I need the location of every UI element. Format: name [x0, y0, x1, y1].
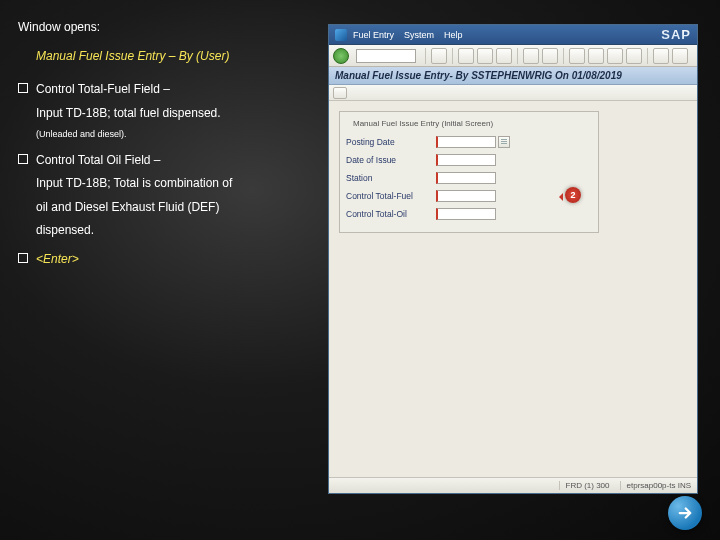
screen-banner: Manual Fuel Issue Entry- By SSTEPHENWRIG…	[329, 67, 697, 85]
help-button[interactable]	[653, 48, 669, 64]
bullet-2-sub3: dispensed.	[36, 221, 298, 240]
toolbar-separator	[425, 48, 426, 64]
layout-button[interactable]	[672, 48, 688, 64]
intro-line: Window opens:	[18, 18, 298, 37]
first-page-button[interactable]	[569, 48, 585, 64]
next-page-button[interactable]	[607, 48, 623, 64]
menu-help[interactable]: Help	[444, 30, 463, 40]
input-control-total-oil[interactable]	[436, 208, 496, 220]
input-station[interactable]	[436, 172, 496, 184]
form-groupbox: Manual Fuel Issue Entry (Initial Screen)…	[339, 111, 599, 233]
input-control-total-fuel[interactable]	[436, 190, 496, 202]
form-area: Manual Fuel Issue Entry (Initial Screen)…	[329, 101, 697, 477]
command-field[interactable]	[356, 49, 416, 63]
bullet-2-sub2: oil and Diesel Exhaust Fluid (DEF)	[36, 198, 298, 217]
date-picker-icon[interactable]	[498, 136, 510, 148]
input-posting-date[interactable]	[436, 136, 496, 148]
sap-window: Fuel Entry System Help SAP Manual Fuel I…	[328, 24, 698, 494]
bullet-3-enter: <<Enter>Enter>	[36, 250, 298, 269]
toolbar-separator	[452, 48, 453, 64]
last-page-button[interactable]	[626, 48, 642, 64]
input-date-of-issue[interactable]	[436, 154, 496, 166]
sap-toolbar	[329, 45, 697, 67]
sap-app-icon	[335, 29, 347, 41]
enter-button[interactable]	[333, 48, 349, 64]
bullet-1-note: (Unleaded and diesel).	[36, 127, 298, 141]
sap-logo: SAP	[661, 27, 691, 42]
statusbar-host: etprsap00p-ts INS	[620, 481, 691, 490]
window-title-line: Manual Fuel Issue Entry – By (User)	[36, 47, 298, 66]
row-control-total-oil: Control Total-Oil	[346, 206, 592, 222]
row-date-of-issue: Date of Issue	[346, 152, 592, 168]
menu-bar: Fuel Entry System Help	[353, 30, 463, 40]
toolbar-separator	[647, 48, 648, 64]
label-date-of-issue: Date of Issue	[346, 155, 436, 165]
label-control-total-oil: Control Total-Oil	[346, 209, 436, 219]
toolbar-separator	[517, 48, 518, 64]
app-toolbar	[329, 85, 697, 101]
cancel-button[interactable]	[496, 48, 512, 64]
find-button[interactable]	[542, 48, 558, 64]
row-station: Station	[346, 170, 592, 186]
exit-button[interactable]	[477, 48, 493, 64]
checkbox-bullet-icon	[18, 253, 28, 263]
label-control-total-fuel: Control Total-Fuel	[346, 191, 436, 201]
print-button[interactable]	[523, 48, 539, 64]
arrow-right-icon	[676, 504, 694, 522]
checkbox-bullet-icon	[18, 83, 28, 93]
save-button[interactable]	[431, 48, 447, 64]
bullet-3: <<Enter>Enter>	[18, 250, 298, 269]
row-posting-date: Posting Date	[346, 134, 592, 150]
checkbox-bullet-icon	[18, 154, 28, 164]
label-station: Station	[346, 173, 436, 183]
instruction-panel: Window opens: Manual Fuel Issue Entry – …	[18, 18, 298, 273]
next-slide-button[interactable]	[668, 496, 702, 530]
bullet-2: Control Total Oil Field –	[18, 151, 298, 170]
back-button[interactable]	[458, 48, 474, 64]
menu-fuel-entry[interactable]: Fuel Entry	[353, 30, 394, 40]
bullet-1-main: Control Total-Fuel Field –	[36, 80, 298, 99]
sap-statusbar: FRD (1) 300 etprsap00p-ts INS	[329, 477, 697, 493]
bullet-1: Control Total-Fuel Field –	[18, 80, 298, 99]
app-toolbar-button[interactable]	[333, 87, 347, 99]
label-posting-date: Posting Date	[346, 137, 436, 147]
sap-titlebar: Fuel Entry System Help SAP	[329, 25, 697, 45]
groupbox-title: Manual Fuel Issue Entry (Initial Screen)	[350, 119, 496, 128]
menu-system[interactable]: System	[404, 30, 434, 40]
statusbar-system: FRD (1) 300	[559, 481, 610, 490]
bullet-2-sub1: Input TD-18B; Total is combination of	[36, 174, 298, 193]
callout-badge-2: 2	[565, 187, 581, 203]
toolbar-separator	[563, 48, 564, 64]
bullet-1-sub: Input TD-18B; total fuel dispensed.	[36, 104, 298, 123]
prev-page-button[interactable]	[588, 48, 604, 64]
bullet-2-main: Control Total Oil Field –	[36, 151, 298, 170]
